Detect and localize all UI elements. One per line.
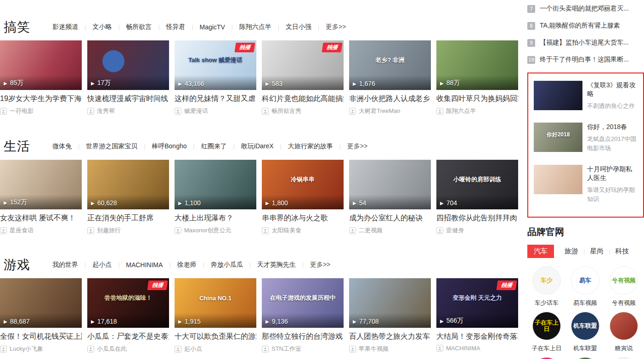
video-thumbnail[interactable]: ▶88,687 <box>0 278 82 328</box>
featured-item[interactable]: 你好2018 你好，2018春 龙斌盘点2017中国电影市场 <box>534 123 638 153</box>
section-nav-link[interactable]: 怪异君 <box>166 23 185 31</box>
section-nav-link[interactable]: 微体兔 <box>52 142 72 151</box>
video-thumbnail[interactable]: ▶54 <box>349 160 431 209</box>
section-nav-link[interactable]: 我的世界 <box>52 261 78 269</box>
section-nav-link[interactable]: 徐老师 <box>177 261 197 269</box>
video-title[interactable]: 小瓜瓜：尸套龙不是史泰龙 <box>87 332 169 342</box>
video-title[interactable]: 全假！女司机花钱买证上路 <box>0 332 82 342</box>
uploader-row[interactable]: 苹果牛视频 <box>349 345 431 353</box>
video-title[interactable]: 科幻片竟也能如此高能搞笑 <box>262 94 344 104</box>
brand-tab[interactable]: 科技 <box>615 247 629 256</box>
section-nav-link[interactable]: 大旅行家的故事 <box>288 142 333 151</box>
featured-item[interactable]: 《复联3》观看攻略 不剧透的良心之作 <box>534 81 638 111</box>
video-thumbnail[interactable]: ▶60,628 <box>87 160 169 209</box>
brand-item[interactable] <box>604 357 643 359</box>
section-nav-link[interactable]: 起小点 <box>92 261 112 269</box>
video-title[interactable]: 那些特立独行的台湾游戏 <box>262 332 344 342</box>
brand-item[interactable]: CAR SG <box>527 357 566 359</box>
video-title[interactable]: 大结局！变形金刚传奇落幕 <box>436 332 518 342</box>
section-nav-link[interactable]: MagicTV <box>200 23 225 31</box>
video-thumbnail[interactable]: 冷锅串串 ▶1,800 <box>262 160 344 209</box>
uploader-row[interactable]: 二更视频 <box>349 226 431 235</box>
video-title[interactable]: 19岁女大学生为学费下海 <box>0 94 82 104</box>
brand-label: 车少话车 <box>527 299 566 307</box>
uploader-row[interactable]: 畅所欲言秀 <box>262 107 344 115</box>
video-title[interactable]: 快速梳理漫威宇宙时间线！ <box>87 94 169 104</box>
ranked-news-item[interactable]: 9 【福建】监拍小车追尾大货车... <box>527 39 644 47</box>
uploader-row[interactable]: 淮秀帮 <box>87 107 169 115</box>
section-nav-link[interactable]: MACHINIMA <box>126 261 163 269</box>
featured-item[interactable]: 十月呵护孕期私人医生 靠谱又好玩的孕期知识 <box>534 165 638 204</box>
video-title[interactable]: 成为办公室红人的秘诀 <box>349 213 431 223</box>
video-card: 在电子游戏的发展历程中 ▶9,136 那些特立独行的台湾游戏 STN工作室 <box>262 278 344 353</box>
separator: | <box>85 262 86 268</box>
video-thumbnail[interactable]: 小哑铃的肩部训练 ▶704 <box>436 160 518 209</box>
brand-item[interactable]: 车少 车少话车 <box>527 266 566 307</box>
video-thumbnail[interactable]: China NO.1 ▶1,915 <box>175 278 256 328</box>
ranked-news-item[interactable]: 7 一个街头卖唱的就把邓丽君灭... <box>527 5 644 13</box>
brand-item[interactable]: 易车 易车视频 <box>566 266 604 307</box>
section-nav-link[interactable]: 奔放小瓜瓜 <box>211 261 243 269</box>
uploader-row[interactable]: 贼爱漫话 <box>175 107 256 115</box>
ranked-news-item[interactable]: 8 TA,能唤醒你的所有肾上腺素 <box>527 22 644 30</box>
uploader-row[interactable]: 小瓜瓜在此 <box>87 345 169 353</box>
section-nav-link[interactable]: 红圈来了 <box>201 142 227 151</box>
section-nav-link[interactable]: 天才英胸先生 <box>257 261 296 269</box>
ranked-news-item[interactable]: 10 终于干了件明白事！这国果断... <box>527 56 644 64</box>
section-nav-link[interactable]: 文日小强 <box>286 23 311 31</box>
video-title[interactable]: 四招教你从此告别拜拜肉 <box>436 213 518 223</box>
more-link[interactable]: 更多>> <box>326 23 346 31</box>
video-thumbnail[interactable]: 在电子游戏的发展历程中 ▶9,136 <box>262 278 344 328</box>
uploader-row[interactable]: 别趣旅行 <box>87 226 169 235</box>
video-title[interactable]: 非洲小伙把路人认成老乡 <box>349 94 431 104</box>
section-nav-link[interactable]: 敢玩iDareX <box>241 142 274 151</box>
uploader-row[interactable]: Lucky小飞象 <box>0 345 82 353</box>
uploader-row[interactable]: 太阳猫美食 <box>262 226 344 235</box>
uploader-row[interactable]: 壹健身 <box>436 226 518 235</box>
video-title[interactable]: 串串界的冰与火之歌 <box>262 213 344 223</box>
video-thumbnail[interactable]: ▶152万 <box>0 160 82 209</box>
uploader-row[interactable]: 陈翔六点半 <box>436 107 518 115</box>
uploader-row[interactable]: 大树君TreeMan <box>349 107 431 115</box>
video-title[interactable]: 这样的兄妹情？又甜又虐！ <box>175 94 256 104</box>
video-thumbnail[interactable]: 变形金刚 天元之力 独播 ▶566万 <box>436 278 518 328</box>
video-thumbnail[interactable]: 尝尝地狱的滋味！ 独播 ▶17,618 <box>87 278 169 328</box>
brand-tab[interactable]: 星尚 <box>590 247 604 256</box>
more-link[interactable]: 更多>> <box>310 261 330 269</box>
video-title[interactable]: 大楼上出现瀑布？ <box>175 213 256 223</box>
brand-item[interactable] <box>566 357 604 359</box>
video-card: Talk show 贼爱漫话 独播 ▶43,166 这样的兄妹情？又甜又虐！ 贼… <box>175 40 256 115</box>
uploader-row[interactable]: STN工作室 <box>262 345 344 353</box>
video-thumbnail[interactable]: ▶1,100 <box>175 160 256 209</box>
video-title[interactable]: 正在消失的手工舒席 <box>87 213 169 223</box>
video-thumbnail[interactable]: ▶17万 <box>87 40 169 90</box>
video-title[interactable]: 百人团热带之旅火力发车 <box>349 332 431 342</box>
brand-item[interactable]: 子在车上日 子在车上日 <box>527 312 566 353</box>
section-nav-link[interactable]: 影迷频道 <box>52 23 78 31</box>
video-title[interactable]: 收集四叶草只为换妈妈回家 <box>436 94 518 104</box>
video-thumbnail[interactable]: 老乡? 非洲 ▶1,676 <box>349 40 431 90</box>
video-thumbnail[interactable]: ▶85万 <box>0 40 82 90</box>
brand-item[interactable]: 糖寅说 <box>604 312 643 353</box>
uploader-row[interactable]: 星座食语 <box>0 226 82 235</box>
brand-item[interactable]: 兮有视频 兮有视频 <box>604 266 643 307</box>
uploader-row[interactable]: 起小点 <box>175 345 256 353</box>
section-nav-link[interactable]: 棒呼Bongho <box>152 142 186 151</box>
video-thumbnail[interactable]: 独播 ▶583 <box>262 40 344 90</box>
video-thumbnail[interactable]: ▶77,708 <box>349 278 431 328</box>
video-thumbnail[interactable]: Talk show 贼爱漫话 独播 ▶43,166 <box>175 40 256 90</box>
uploader-row[interactable]: MACHINIMA <box>436 345 518 352</box>
video-thumbnail[interactable]: ▶88万 <box>436 40 518 90</box>
uploader-row[interactable]: Maxonor创意公元 <box>175 226 256 235</box>
brand-tab[interactable]: 旅游 <box>565 247 578 256</box>
video-title[interactable]: 女友这样哄 屡试不爽！ <box>0 213 82 223</box>
uploader-row[interactable]: 一荇电影 <box>0 107 82 115</box>
section-nav-link[interactable]: 文小略 <box>92 23 112 31</box>
section-nav-link[interactable]: 世界游之国家宝贝 <box>86 142 137 151</box>
brand-tab[interactable]: 汽车 <box>527 245 554 258</box>
more-link[interactable]: 更多>> <box>347 142 367 151</box>
section-nav-link[interactable]: 畅所欲言 <box>126 23 152 31</box>
brand-item[interactable]: 机车联盟 机车联盟 <box>566 312 604 353</box>
video-title[interactable]: 十大可以欺负歪果仁的游戏 <box>175 332 256 342</box>
section-nav-link[interactable]: 陈翔六点半 <box>239 23 271 31</box>
